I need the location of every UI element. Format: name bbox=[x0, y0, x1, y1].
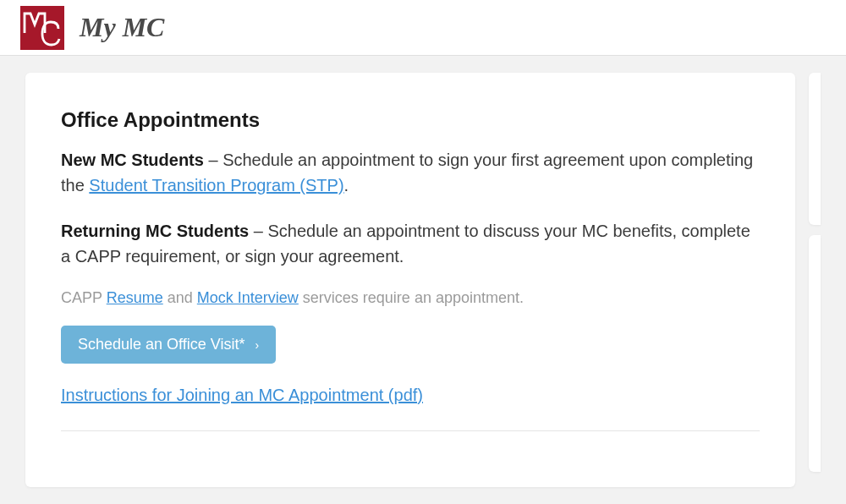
capp-prefix: CAPP bbox=[61, 289, 107, 306]
new-students-label: New MC Students bbox=[61, 151, 204, 169]
side-column bbox=[809, 73, 821, 487]
side-card-stub bbox=[809, 235, 821, 472]
section-divider bbox=[61, 430, 760, 431]
site-header: My MC bbox=[0, 0, 846, 56]
schedule-visit-label: Schedule an Office Visit* bbox=[78, 336, 244, 353]
resume-link[interactable]: Resume bbox=[107, 289, 163, 306]
mc-logo bbox=[20, 6, 64, 50]
mc-logo-icon bbox=[20, 6, 64, 50]
schedule-visit-button[interactable]: Schedule an Office Visit* › bbox=[61, 326, 276, 364]
capp-mid: and bbox=[163, 289, 197, 306]
chevron-right-icon: › bbox=[255, 338, 259, 352]
capp-services-note: CAPP Resume and Mock Interview services … bbox=[61, 289, 760, 307]
office-appointments-card: Office Appointments New MC Students – Sc… bbox=[25, 73, 795, 487]
content-area: Office Appointments New MC Students – Sc… bbox=[0, 56, 846, 504]
capp-suffix: services require an appointment. bbox=[299, 289, 524, 306]
stp-link[interactable]: Student Transition Program (STP) bbox=[89, 176, 343, 194]
new-students-text-after: . bbox=[344, 176, 349, 194]
new-students-paragraph: New MC Students – Schedule an appointmen… bbox=[61, 147, 760, 198]
mock-interview-link[interactable]: Mock Interview bbox=[197, 289, 299, 306]
instructions-pdf-link[interactable]: Instructions for Joining an MC Appointme… bbox=[61, 386, 760, 405]
returning-students-paragraph: Returning MC Students – Schedule an appo… bbox=[61, 218, 760, 269]
side-card-stub bbox=[809, 73, 821, 225]
returning-students-label: Returning MC Students bbox=[61, 222, 249, 240]
site-title: My MC bbox=[80, 12, 164, 43]
section-title: Office Appointments bbox=[61, 108, 760, 132]
